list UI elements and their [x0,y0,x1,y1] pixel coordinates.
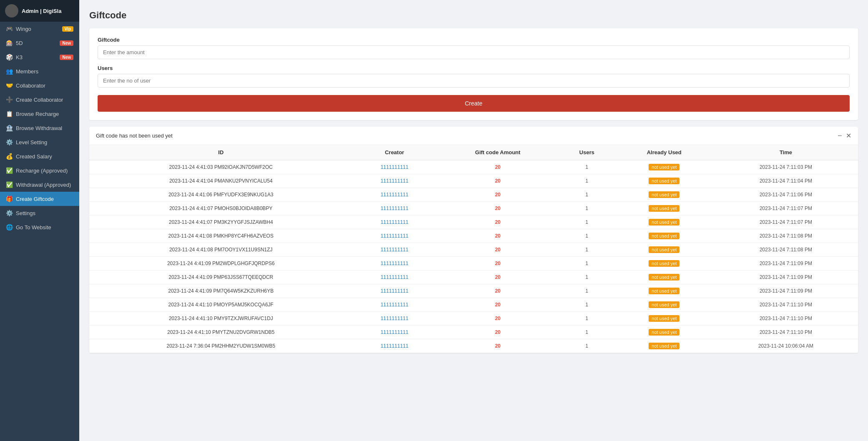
sidebar-item-level-setting[interactable]: ⚙️Level Setting [0,135,79,149]
cell-amount: 20 [436,229,559,243]
cell-id: 2023-11-24 4:41:10 PMOYP5AMJ5KOCQA6JF [89,298,352,312]
cell-used: not used yet [615,284,714,298]
main-content: Giftcode Giftcode Users Create Gift code… [79,0,868,441]
sidebar-item-5d[interactable]: 🎰5DNew [0,36,79,50]
col-already-used: Already Used [615,145,714,160]
giftcode-form: Giftcode Users Create [89,28,858,120]
sidebar-item-members[interactable]: 👥Members [0,64,79,78]
sidebar-item-label-create-giftcode: Create Giftcode [16,196,54,202]
cell-amount: 20 [436,174,559,188]
cell-used: not used yet [615,202,714,215]
close-icon[interactable]: ✕ [846,132,851,140]
minimize-icon[interactable]: – [838,132,842,140]
table-header-actions: – ✕ [838,132,851,140]
sidebar-item-k3[interactable]: 🎲K3New [0,50,79,64]
table-head: IDCreatorGift code AmountUsersAlready Us… [89,145,858,160]
sidebar-item-settings[interactable]: ⚙️Settings [0,206,79,220]
cell-time: 2023-11-24 7:11:03 PM [714,160,858,174]
cell-amount: 20 [436,160,559,174]
table-row: 2023-11-24 7:36:04 PM2HHM2YUDW1SM0WB5111… [89,339,858,353]
sidebar-item-browse-withdrawal[interactable]: 🏦Browse Withdrawal [0,121,79,135]
cell-creator[interactable]: 1111111111 [352,339,436,353]
cell-amount: 20 [436,298,559,312]
cell-used: not used yet [615,215,714,229]
create-button[interactable]: Create [98,95,850,112]
sidebar-item-create-giftcode[interactable]: 🎁Create Giftcode [0,192,79,206]
sidebar-item-label-create-collaborator: Create Collaborator [16,97,63,103]
cell-creator[interactable]: 1111111111 [352,312,436,326]
cell-id: 2023-11-24 4:41:04 PMANKU2PVNYICALU54 [89,174,352,188]
table-row: 2023-11-24 4:41:10 PMY9TZXJWRUFAVC1DJ111… [89,312,858,326]
cell-used: not used yet [615,243,714,257]
cell-used: not used yet [615,160,714,174]
cell-creator[interactable]: 1111111111 [352,188,436,202]
cell-creator[interactable]: 1111111111 [352,174,436,188]
cell-creator[interactable]: 1111111111 [352,160,436,174]
cell-time: 2023-11-24 7:11:06 PM [714,188,858,202]
cell-creator[interactable]: 1111111111 [352,298,436,312]
giftcode-input[interactable] [98,45,850,59]
cell-used: not used yet [615,312,714,326]
table-row: 2023-11-24 4:41:06 PMFYUDFX3E9NKUG1A3111… [89,188,858,202]
table-row: 2023-11-24 4:41:09 PM7Q64W5KZKZURH6YB111… [89,284,858,298]
sidebar-item-browse-recharge[interactable]: 📋Browse Recharge [0,107,79,121]
page-title: Giftcode [89,10,858,21]
sidebar-header: Admin | DigiSla [0,0,79,22]
table-header-text: Gift code has not been used yet [96,133,173,139]
cell-creator[interactable]: 1111111111 [352,257,436,271]
cell-users: 1 [559,312,614,326]
table-row: 2023-11-24 4:41:10 PMOYP5AMJ5KOCQA6JF111… [89,298,858,312]
cell-time: 2023-11-24 7:11:04 PM [714,174,858,188]
cell-users: 1 [559,257,614,271]
giftcode-table-section: Gift code has not been used yet – ✕ IDCr… [89,127,858,353]
table-row: 2023-11-24 4:41:07 PMOHS0BJOIDA8B0BPY111… [89,202,858,215]
cell-id: 2023-11-24 4:41:07 PM3K2YYGFJSJZAWBH4 [89,215,352,229]
table-row: 2023-11-24 4:41:08 PM7OOY1VX11U9SN1ZJ111… [89,243,858,257]
cell-id: 2023-11-24 4:41:09 PM2WDPLGHGFJQRDPS6 [89,257,352,271]
sidebar-item-label-recharge-approved: Recharge (Approved) [16,168,68,174]
cell-amount: 20 [436,339,559,353]
cell-amount: 20 [436,202,559,215]
cell-creator[interactable]: 1111111111 [352,202,436,215]
sidebar-item-label-go-to-website: Go To Website [16,224,51,231]
table-row: 2023-11-24 4:41:09 PMP63JSS67TQEEQDCR111… [89,271,858,284]
cell-users: 1 [559,243,614,257]
cell-used: not used yet [615,174,714,188]
sidebar-item-go-to-website[interactable]: 🌐Go To Website [0,220,79,234]
cell-time: 2023-11-24 7:11:10 PM [714,326,858,339]
col-id: ID [89,145,352,160]
cell-time: 2023-11-24 7:11:07 PM [714,202,858,215]
users-input[interactable] [98,74,850,88]
cell-time: 2023-11-24 7:11:08 PM [714,243,858,257]
cell-id: 2023-11-24 4:41:06 PMFYUDFX3E9NKUG1A3 [89,188,352,202]
cell-id: 2023-11-24 4:41:03 PM92IOAKJN7D5WF2OC [89,160,352,174]
sidebar-item-collaborator[interactable]: 🤝Collaborator [0,78,79,93]
col-time: Time [714,145,858,160]
badge-5d: New [60,40,73,46]
cell-users: 1 [559,229,614,243]
cell-creator[interactable]: 1111111111 [352,284,436,298]
cell-time: 2023-11-24 7:11:09 PM [714,271,858,284]
cell-creator[interactable]: 1111111111 [352,243,436,257]
sidebar-item-label-created-salary: Created Salary [16,153,52,160]
cell-users: 1 [559,215,614,229]
collaborator-icon: 🤝 [6,82,13,89]
sidebar-item-created-salary[interactable]: 💰Created Salary [0,149,79,163]
cell-amount: 20 [436,284,559,298]
cell-creator[interactable]: 1111111111 [352,215,436,229]
level-setting-icon: ⚙️ [6,139,13,145]
giftcode-table: IDCreatorGift code AmountUsersAlready Us… [89,145,858,353]
cell-users: 1 [559,160,614,174]
sidebar-item-create-collaborator[interactable]: ➕Create Collaborator [0,93,79,107]
sidebar-item-recharge-approved[interactable]: ✅Recharge (Approved) [0,163,79,178]
cell-creator[interactable]: 1111111111 [352,326,436,339]
table-row: 2023-11-24 4:41:08 PMKHP8YC4FH6AZVEOS111… [89,229,858,243]
sidebar-item-label-members: Members [16,68,38,75]
sidebar-item-wingo[interactable]: 🎮WingoVip [0,22,79,36]
members-icon: 👥 [6,68,13,75]
cell-used: not used yet [615,271,714,284]
sidebar-item-withdrawal-approved[interactable]: ✅Withdrawal (Approved) [0,178,79,192]
cell-creator[interactable]: 1111111111 [352,229,436,243]
create-collaborator-icon: ➕ [6,96,13,103]
cell-creator[interactable]: 1111111111 [352,271,436,284]
